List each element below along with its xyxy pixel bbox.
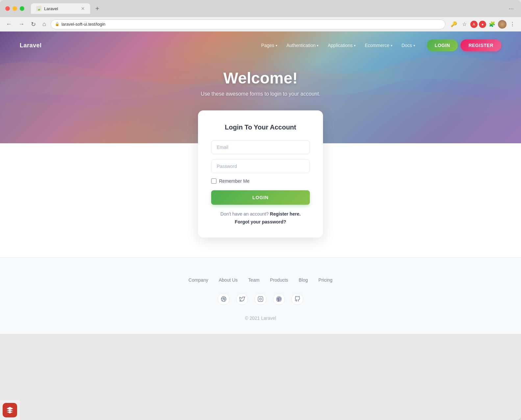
page-content: Laravel Pages ▾ Authentication ▾ Applica… [0, 32, 521, 334]
ecommerce-chevron-icon: ▾ [391, 44, 392, 47]
navbar: Laravel Pages ▾ Authentication ▾ Applica… [0, 32, 521, 59]
svg-rect-1 [258, 297, 263, 302]
footer-link-about[interactable]: About Us [219, 277, 238, 283]
register-link[interactable]: Register here. [270, 211, 301, 217]
footer-link-blog[interactable]: Blog [299, 277, 308, 283]
footer-social [0, 293, 521, 305]
footer: Company About Us Team Products Blog Pric… [0, 257, 521, 334]
remember-me-checkbox[interactable] [211, 178, 216, 184]
extension-icon-2[interactable]: ● [479, 21, 486, 28]
docs-chevron-icon: ▾ [413, 44, 415, 47]
footer-link-products[interactable]: Products [270, 277, 288, 283]
lock-icon: 🔒 [55, 22, 60, 26]
remember-me-label: Remember Me [219, 178, 250, 184]
tab-title: Laravel [44, 6, 58, 11]
profile-avatar[interactable] [498, 20, 507, 29]
bookmark-icon[interactable]: ☆ [460, 20, 469, 29]
browser-toolbar: ← → ↻ ⌂ 🔒 laravel-soft-ui.test/login 🔑 ☆… [0, 17, 521, 32]
back-button[interactable]: ← [4, 19, 14, 29]
home-button[interactable]: ⌂ [40, 19, 48, 29]
email-input[interactable] [211, 140, 310, 154]
pages-chevron-icon: ▾ [276, 44, 277, 47]
login-card-wrapper: Login To Your Account Remember Me LOGIN … [0, 110, 521, 257]
footer-copyright: © 2021 Laravel [0, 315, 521, 321]
browser-menu-icon[interactable]: ⋯ [507, 4, 516, 13]
toolbar-actions: 🔑 ☆ A ● 🧩 ⋮ [449, 20, 517, 29]
social-dribbble-icon[interactable] [218, 293, 230, 305]
no-account-text: Don't have an account? Register here. [211, 211, 310, 217]
nav-ecommerce[interactable]: Ecommerce ▾ [361, 41, 396, 50]
auth-chevron-icon: ▾ [317, 44, 318, 47]
taskbar-laravel-icon[interactable] [3, 403, 17, 417]
login-button[interactable]: LOGIN [211, 190, 310, 205]
social-pinterest-icon[interactable] [273, 293, 285, 305]
maximize-window-button[interactable] [20, 6, 24, 11]
remember-me-container: Remember Me [211, 178, 310, 184]
login-card: Login To Your Account Remember Me LOGIN … [198, 110, 323, 238]
navbar-register-button[interactable]: REGISTER [460, 39, 501, 51]
login-links: Don't have an account? Register here. Fo… [211, 211, 310, 224]
minimize-window-button[interactable] [12, 6, 17, 11]
social-github-icon[interactable] [291, 293, 303, 305]
browser-window: 🍃 Laravel ✕ + ⋯ ← → ↻ ⌂ 🔒 laravel-soft-u… [0, 0, 521, 420]
forgot-password-link[interactable]: Forgot your password? [211, 219, 310, 224]
close-window-button[interactable] [5, 6, 10, 11]
address-text: laravel-soft-ui.test/login [62, 22, 106, 27]
password-input[interactable] [211, 159, 310, 173]
social-instagram-icon[interactable] [255, 293, 266, 305]
apps-chevron-icon: ▾ [354, 44, 356, 47]
footer-link-team[interactable]: Team [248, 277, 260, 283]
new-tab-button[interactable]: + [93, 5, 102, 12]
extensions-icon[interactable]: 🧩 [487, 20, 497, 29]
refresh-button[interactable]: ↻ [29, 19, 38, 29]
traffic-lights [5, 6, 24, 11]
navbar-login-button[interactable]: LOGIN [427, 39, 458, 51]
navbar-brand: Laravel [20, 42, 42, 49]
nav-docs[interactable]: Docs ▾ [398, 41, 419, 50]
browser-tab[interactable]: 🍃 Laravel ✕ [31, 3, 90, 14]
nav-pages[interactable]: Pages ▾ [257, 41, 281, 50]
footer-link-company[interactable]: Company [188, 277, 208, 283]
footer-link-pricing[interactable]: Pricing [318, 277, 333, 283]
footer-links: Company About Us Team Products Blog Pric… [0, 277, 521, 283]
browser-titlebar: 🍃 Laravel ✕ + ⋯ [0, 0, 521, 17]
taskbar [0, 400, 20, 420]
forward-button[interactable]: → [16, 19, 26, 29]
tab-favicon: 🍃 [36, 6, 41, 11]
address-bar[interactable]: 🔒 laravel-soft-ui.test/login [51, 19, 445, 29]
extension-icon-1[interactable]: A [470, 21, 478, 28]
hero-title: Welcome! [0, 69, 521, 87]
hero-content: Welcome! Use these awesome forms to logi… [0, 59, 521, 97]
password-manager-icon[interactable]: 🔑 [449, 20, 459, 29]
navbar-nav: Pages ▾ Authentication ▾ Applications ▾ … [257, 41, 419, 50]
social-twitter-icon[interactable] [236, 293, 248, 305]
more-options-icon[interactable]: ⋮ [508, 20, 517, 29]
tab-close-button[interactable]: ✕ [81, 6, 85, 11]
nav-applications[interactable]: Applications ▾ [324, 41, 360, 50]
login-card-title: Login To Your Account [211, 124, 310, 131]
hero-subtitle: Use these awesome forms to login to your… [0, 91, 521, 97]
nav-authentication[interactable]: Authentication ▾ [283, 41, 323, 50]
